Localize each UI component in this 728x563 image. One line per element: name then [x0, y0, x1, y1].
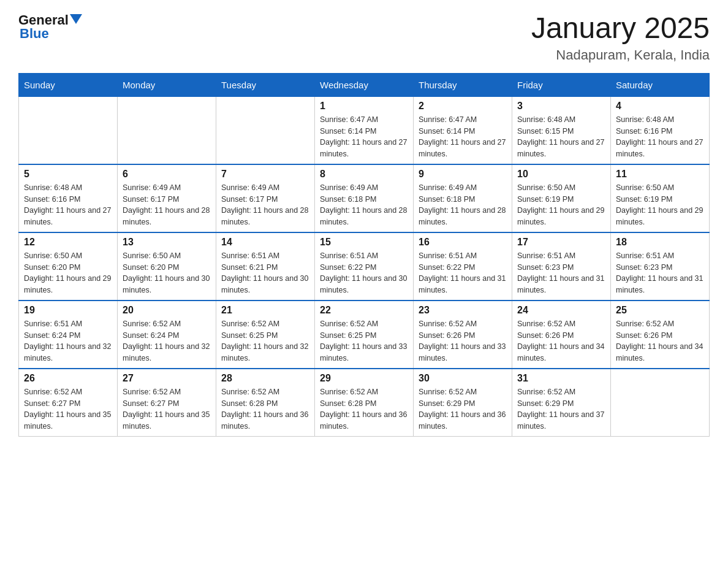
table-row: 25Sunrise: 6:52 AMSunset: 6:26 PMDayligh… [611, 301, 710, 369]
cell-day-number: 9 [419, 169, 507, 180]
table-row [118, 96, 216, 164]
table-row: 8Sunrise: 6:49 AMSunset: 6:18 PMDaylight… [315, 164, 414, 232]
cell-day-number: 20 [123, 305, 211, 316]
cell-info: Sunrise: 6:52 AMSunset: 6:24 PMDaylight:… [123, 318, 211, 364]
cell-info: Sunrise: 6:52 AMSunset: 6:27 PMDaylight:… [24, 386, 112, 432]
table-row: 12Sunrise: 6:50 AMSunset: 6:20 PMDayligh… [19, 232, 118, 301]
cell-day-number: 3 [517, 101, 605, 112]
cell-day-number: 23 [419, 305, 507, 316]
table-row: 28Sunrise: 6:52 AMSunset: 6:28 PMDayligh… [216, 369, 315, 437]
cell-day-number: 16 [419, 237, 507, 248]
table-row: 4Sunrise: 6:48 AMSunset: 6:16 PMDaylight… [611, 96, 710, 164]
cell-day-number: 2 [419, 101, 507, 112]
title-block: January 2025 Nadapuram, Kerala, India [531, 12, 710, 63]
table-row: 2Sunrise: 6:47 AMSunset: 6:14 PMDaylight… [414, 96, 512, 164]
calendar-week-row: 12Sunrise: 6:50 AMSunset: 6:20 PMDayligh… [19, 232, 710, 301]
cell-info: Sunrise: 6:50 AMSunset: 6:20 PMDaylight:… [123, 250, 211, 296]
cell-day-number: 27 [123, 373, 211, 384]
cell-info: Sunrise: 6:50 AMSunset: 6:19 PMDaylight:… [616, 182, 704, 228]
cell-info: Sunrise: 6:51 AMSunset: 6:22 PMDaylight:… [419, 250, 507, 296]
cell-info: Sunrise: 6:51 AMSunset: 6:24 PMDaylight:… [24, 318, 112, 364]
cell-info: Sunrise: 6:52 AMSunset: 6:25 PMDaylight:… [320, 318, 408, 364]
col-tuesday: Tuesday [216, 73, 315, 96]
cell-day-number: 17 [517, 237, 605, 248]
table-row: 24Sunrise: 6:52 AMSunset: 6:26 PMDayligh… [512, 301, 611, 369]
cell-info: Sunrise: 6:52 AMSunset: 6:26 PMDaylight:… [419, 318, 507, 364]
cell-info: Sunrise: 6:48 AMSunset: 6:16 PMDaylight:… [616, 114, 704, 160]
table-row: 10Sunrise: 6:50 AMSunset: 6:19 PMDayligh… [512, 164, 611, 232]
table-row: 29Sunrise: 6:52 AMSunset: 6:28 PMDayligh… [315, 369, 414, 437]
cell-day-number: 1 [320, 101, 408, 112]
cell-info: Sunrise: 6:52 AMSunset: 6:26 PMDaylight:… [517, 318, 605, 364]
cell-day-number: 18 [616, 237, 704, 248]
cell-info: Sunrise: 6:52 AMSunset: 6:29 PMDaylight:… [419, 386, 507, 432]
table-row: 18Sunrise: 6:51 AMSunset: 6:23 PMDayligh… [611, 232, 710, 301]
col-friday: Friday [512, 73, 611, 96]
cell-info: Sunrise: 6:49 AMSunset: 6:17 PMDaylight:… [221, 182, 309, 228]
table-row: 13Sunrise: 6:50 AMSunset: 6:20 PMDayligh… [118, 232, 216, 301]
calendar-header-row: Sunday Monday Tuesday Wednesday Thursday… [19, 73, 710, 96]
cell-day-number: 11 [616, 169, 704, 180]
calendar-week-row: 1Sunrise: 6:47 AMSunset: 6:14 PMDaylight… [19, 96, 710, 164]
table-row: 30Sunrise: 6:52 AMSunset: 6:29 PMDayligh… [414, 369, 512, 437]
table-row: 17Sunrise: 6:51 AMSunset: 6:23 PMDayligh… [512, 232, 611, 301]
cell-info: Sunrise: 6:52 AMSunset: 6:27 PMDaylight:… [123, 386, 211, 432]
calendar-week-row: 26Sunrise: 6:52 AMSunset: 6:27 PMDayligh… [19, 369, 710, 437]
cell-day-number: 15 [320, 237, 408, 248]
cell-day-number: 31 [517, 373, 605, 384]
cell-day-number: 13 [123, 237, 211, 248]
cell-day-number: 4 [616, 101, 704, 112]
cell-info: Sunrise: 6:51 AMSunset: 6:23 PMDaylight:… [517, 250, 605, 296]
page-header: General Blue January 2025 Nadapuram, Ker… [18, 12, 710, 63]
cell-info: Sunrise: 6:51 AMSunset: 6:21 PMDaylight:… [221, 250, 309, 296]
calendar-week-row: 5Sunrise: 6:48 AMSunset: 6:16 PMDaylight… [19, 164, 710, 232]
table-row: 27Sunrise: 6:52 AMSunset: 6:27 PMDayligh… [118, 369, 216, 437]
cell-info: Sunrise: 6:49 AMSunset: 6:18 PMDaylight:… [320, 182, 408, 228]
logo: General Blue [18, 12, 82, 42]
table-row [19, 96, 118, 164]
col-sunday: Sunday [19, 73, 118, 96]
cell-day-number: 7 [221, 169, 309, 180]
cell-info: Sunrise: 6:52 AMSunset: 6:26 PMDaylight:… [616, 318, 704, 364]
table-row: 3Sunrise: 6:48 AMSunset: 6:15 PMDaylight… [512, 96, 611, 164]
cell-info: Sunrise: 6:51 AMSunset: 6:23 PMDaylight:… [616, 250, 704, 296]
cell-day-number: 29 [320, 373, 408, 384]
calendar-table: Sunday Monday Tuesday Wednesday Thursday… [18, 73, 710, 437]
table-row: 15Sunrise: 6:51 AMSunset: 6:22 PMDayligh… [315, 232, 414, 301]
table-row: 20Sunrise: 6:52 AMSunset: 6:24 PMDayligh… [118, 301, 216, 369]
cell-day-number: 26 [24, 373, 112, 384]
table-row: 16Sunrise: 6:51 AMSunset: 6:22 PMDayligh… [414, 232, 512, 301]
cell-info: Sunrise: 6:52 AMSunset: 6:25 PMDaylight:… [221, 318, 309, 364]
table-row: 21Sunrise: 6:52 AMSunset: 6:25 PMDayligh… [216, 301, 315, 369]
cell-day-number: 22 [320, 305, 408, 316]
table-row: 23Sunrise: 6:52 AMSunset: 6:26 PMDayligh… [414, 301, 512, 369]
cell-info: Sunrise: 6:47 AMSunset: 6:14 PMDaylight:… [419, 114, 507, 160]
calendar-title: January 2025 [531, 12, 710, 45]
cell-day-number: 12 [24, 237, 112, 248]
table-row: 22Sunrise: 6:52 AMSunset: 6:25 PMDayligh… [315, 301, 414, 369]
cell-day-number: 21 [221, 305, 309, 316]
cell-day-number: 8 [320, 169, 408, 180]
cell-info: Sunrise: 6:50 AMSunset: 6:20 PMDaylight:… [24, 250, 112, 296]
table-row [611, 369, 710, 437]
logo-triangle-icon [70, 14, 82, 24]
table-row: 11Sunrise: 6:50 AMSunset: 6:19 PMDayligh… [611, 164, 710, 232]
cell-day-number: 30 [419, 373, 507, 384]
cell-info: Sunrise: 6:51 AMSunset: 6:22 PMDaylight:… [320, 250, 408, 296]
cell-info: Sunrise: 6:48 AMSunset: 6:16 PMDaylight:… [24, 182, 112, 228]
cell-info: Sunrise: 6:52 AMSunset: 6:28 PMDaylight:… [221, 386, 309, 432]
table-row: 7Sunrise: 6:49 AMSunset: 6:17 PMDaylight… [216, 164, 315, 232]
cell-info: Sunrise: 6:49 AMSunset: 6:17 PMDaylight:… [123, 182, 211, 228]
cell-info: Sunrise: 6:50 AMSunset: 6:19 PMDaylight:… [517, 182, 605, 228]
col-monday: Monday [118, 73, 216, 96]
table-row: 19Sunrise: 6:51 AMSunset: 6:24 PMDayligh… [19, 301, 118, 369]
table-row: 9Sunrise: 6:49 AMSunset: 6:18 PMDaylight… [414, 164, 512, 232]
cell-day-number: 6 [123, 169, 211, 180]
cell-info: Sunrise: 6:48 AMSunset: 6:15 PMDaylight:… [517, 114, 605, 160]
cell-day-number: 14 [221, 237, 309, 248]
table-row: 26Sunrise: 6:52 AMSunset: 6:27 PMDayligh… [19, 369, 118, 437]
cell-info: Sunrise: 6:52 AMSunset: 6:28 PMDaylight:… [320, 386, 408, 432]
table-row: 6Sunrise: 6:49 AMSunset: 6:17 PMDaylight… [118, 164, 216, 232]
col-wednesday: Wednesday [315, 73, 414, 96]
calendar-week-row: 19Sunrise: 6:51 AMSunset: 6:24 PMDayligh… [19, 301, 710, 369]
